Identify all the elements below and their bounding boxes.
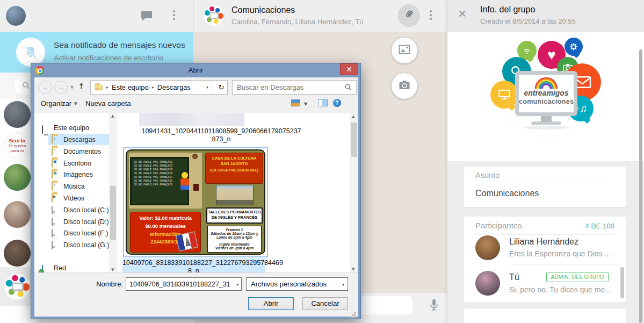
help-icon[interactable]: ?	[333, 99, 341, 107]
attach-camera-button[interactable]	[392, 73, 417, 99]
combo-chevron-icon[interactable]: ▾	[236, 282, 238, 287]
subject-value[interactable]: Comunicaciones	[475, 189, 539, 198]
nav-item-disco-f[interactable]: Disco local (F:)	[34, 228, 109, 239]
chat-avatar-photo2[interactable]	[4, 201, 31, 228]
gear-bubble-icon	[565, 38, 583, 56]
close-x-icon[interactable]: ×	[458, 6, 466, 20]
attach-image-button[interactable]	[392, 38, 417, 63]
search-icon[interactable]	[344, 83, 352, 94]
history-chevron-icon[interactable]: ▼	[70, 85, 74, 90]
participant-row[interactable]: Tú ADMIN. DEL GRUPO Si, pero no. Tu dice…	[464, 269, 626, 298]
group-logo: ♥ ♪♫ entreamigos	[494, 33, 599, 139]
open-button[interactable]: Abrir	[248, 297, 294, 310]
dialog-titlebar[interactable]: Abrir ✕	[31, 63, 360, 77]
up-icon[interactable]: ↑	[78, 82, 85, 91]
nav-item-red[interactable]: Red	[34, 263, 109, 273]
file-name-combobox[interactable]: ▾	[126, 277, 242, 291]
chrome-icon	[35, 66, 44, 75]
view-chevron-icon[interactable]: ▼	[304, 102, 307, 106]
nav-item-disco-d[interactable]: Disco local (D:)	[34, 217, 109, 227]
file-name-input[interactable]	[126, 278, 241, 290]
avatar-text-line: Te quiero	[9, 143, 26, 148]
view-icon[interactable]	[291, 99, 300, 106]
chat-avatar-group[interactable]	[4, 273, 31, 300]
banner-subtitle[interactable]: Activar notificaciones de escritorio	[54, 54, 163, 62]
nav-item-imagenes[interactable]: ▦Imágenes	[34, 169, 109, 180]
organize-button[interactable]: Organizar ▼	[41, 99, 77, 107]
search-box[interactable]	[232, 80, 357, 95]
cancel-button[interactable]: Cancelar	[302, 297, 348, 310]
nav-item-disco-c[interactable]: Disco local (C:)	[34, 205, 109, 216]
crumb-separator: ▸	[152, 85, 154, 90]
chat-title[interactable]: Comunicaciones	[231, 5, 295, 15]
logo-text-1: entreamigos	[519, 89, 574, 97]
avatar-text-line: para m	[11, 148, 24, 153]
nav-item-este-equipo[interactable]: Este equipo	[34, 123, 109, 133]
chat-menu-icon[interactable]	[430, 10, 432, 12]
file-list: 10941431_10204411011808599_9206066179075…	[120, 113, 349, 273]
chat-avatar-quote[interactable]	[4, 101, 31, 128]
my-profile-avatar[interactable]	[6, 6, 26, 26]
breadcrumb-current[interactable]: Descargas	[157, 83, 191, 91]
sidebar-menu-icon[interactable]	[173, 10, 175, 12]
flyer-workshop-box: TALLERES PERMANENTES DE INGLÉS Y FRANCÉS	[206, 207, 263, 224]
back-button[interactable]: ←	[39, 81, 52, 94]
participant-row[interactable]: Liliana Hernández Eres la Esperanza que …	[464, 235, 626, 264]
resize-grip[interactable]	[354, 312, 356, 314]
file-type-dropdown[interactable]: Archivos personalizados ▾	[246, 277, 348, 291]
dialog-search-input[interactable]	[233, 81, 356, 94]
organize-label: Organizar	[41, 99, 71, 107]
paperclip-icon	[403, 9, 415, 23]
group-avatar[interactable]	[203, 5, 225, 26]
address-divider	[212, 81, 212, 94]
logo-monitor-stand	[541, 116, 552, 121]
file-thumbnail[interactable]	[139, 113, 244, 126]
flyer-schedule-box: Francés 1 Sábados de 10am a 12pm y Lunes…	[207, 226, 262, 253]
dialog-title: Abrir	[189, 66, 203, 74]
participants-card: Participantes 4 DE 100 Liliana Hernández…	[464, 217, 626, 303]
file-thumbnail-selected[interactable]: JE NE PARLE PAS FRANÇAIS JE NE PARLE PAS…	[123, 147, 268, 257]
subject-card: Asunto Comunicaciones	[464, 167, 626, 207]
sidebar-header	[0, 0, 193, 32]
nav-item-descargas[interactable]: ↓Descargas	[34, 134, 109, 145]
refresh-icon[interactable]: ↻	[215, 83, 227, 91]
admin-badge: ADMIN. DEL GRUPO	[546, 272, 609, 282]
chat-avatar-photo3[interactable]	[4, 240, 31, 267]
chat-participants[interactable]: Carolina, Fernando, Liliana Hernández, T…	[231, 18, 363, 26]
logo-monitor-base	[531, 121, 561, 125]
forward-button[interactable]: →	[54, 81, 68, 94]
combo-chevron-icon[interactable]: ▾	[342, 282, 344, 287]
new-chat-bubble-icon[interactable]	[141, 11, 153, 24]
drawer-title: Info. del grupo	[480, 5, 535, 15]
nav-item-documentos[interactable]: ≡Documentos	[34, 146, 109, 157]
nav-item-videos[interactable]: ▶Vídeos	[34, 193, 109, 204]
drawer-scrollbar[interactable]	[639, 49, 642, 323]
nav-item-escritorio[interactable]: ▣Escritorio	[34, 158, 109, 169]
file-name[interactable]: 10941431_10204411011808599_9206066179075…	[122, 127, 320, 143]
address-dropdown-icon[interactable]: ▾	[206, 85, 208, 90]
new-folder-button[interactable]: Nueva carpeta	[85, 99, 131, 107]
address-bar[interactable]: ↓ ▸ Este equipo ▸ Descargas ▾ ↻	[90, 80, 228, 95]
chat-avatar-text[interactable]: Seré br Te quiero para m	[4, 132, 31, 159]
chat-avatar-photo1[interactable]	[4, 164, 31, 191]
search-icon	[21, 81, 31, 92]
nav-item-musica[interactable]: ♪Música	[34, 181, 109, 192]
attach-button[interactable]	[397, 4, 420, 27]
file-name-selected[interactable]: 10409706_831833910188227_312276793295784…	[122, 259, 265, 273]
filelist-scrollbar[interactable]: ▲ ▼	[350, 113, 358, 273]
preview-pane-icon[interactable]	[318, 99, 328, 106]
nav-item-disco-g[interactable]: Disco local (G:)	[34, 240, 109, 250]
dialog-close-button[interactable]: ✕	[340, 63, 358, 75]
organize-chevron-icon: ▼	[74, 102, 77, 106]
flyer-bart-shirt	[180, 178, 189, 185]
microphone-icon[interactable]	[427, 298, 441, 314]
group-photo-section[interactable]: ♥ ♪♫ entreamigos	[447, 32, 644, 161]
flyer-clock	[192, 154, 198, 159]
participant-avatar	[475, 271, 500, 296]
navpane-scrollbar[interactable]: ▲ ▼	[109, 113, 117, 273]
logo-shadow	[524, 126, 569, 130]
breadcrumb-root[interactable]: Este equipo	[112, 83, 149, 91]
participant-avatar	[475, 235, 500, 260]
address-folder-icon: ↓	[95, 84, 102, 90]
participants-scroll-thumb[interactable]	[620, 267, 624, 298]
